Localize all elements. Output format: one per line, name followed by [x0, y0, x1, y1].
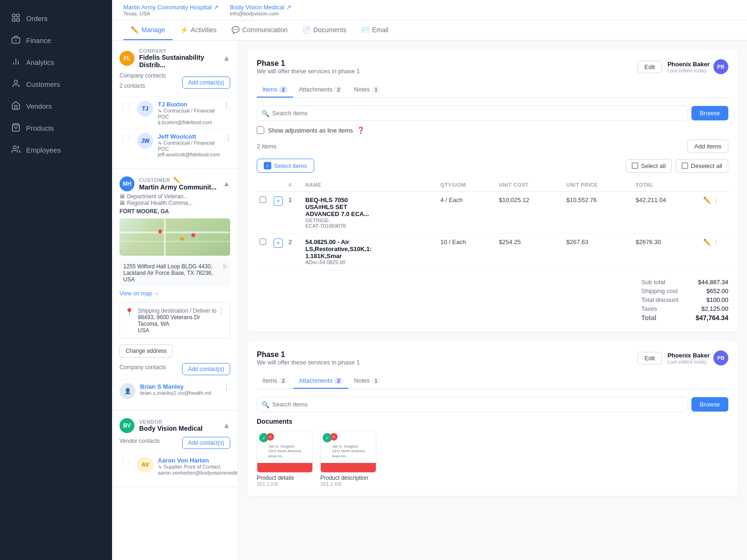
drag-handle-tj[interactable]: ⋮⋮ [120, 102, 133, 109]
phase1-tab-notes[interactable]: Notes 1 [348, 82, 386, 98]
contact-info-jeff: Jeff Woolcott ↳ Contractual / Financial … [158, 133, 220, 157]
phase1-tabs: Items 2 Attachments 2 Notes 1 [257, 82, 728, 98]
sidebar: Orders Finance Analytics Customers Vendo… [0, 0, 112, 560]
contact-name-aaron[interactable]: Aaron Von Harten [158, 457, 238, 464]
row1-expand-icon[interactable]: + [274, 196, 283, 206]
hospital-links: Martin Army Community Hospital ↗ Texas, … [123, 4, 291, 16]
row1-name: BEQ-HLS 7050 USA#HLS SET ADVANCED 7.0 EC… [303, 192, 437, 234]
customer-add-contact-button[interactable]: Add contact(s) [182, 363, 230, 375]
help-icon[interactable]: ❓ [357, 126, 365, 134]
tab-activities[interactable]: ⚡ Activities [173, 21, 224, 40]
phase1-att-user-name: Phoenix Baker [668, 352, 710, 359]
row2-checkbox[interactable] [260, 238, 266, 245]
hospital2-link[interactable]: Body Vision Medical ↗ [230, 4, 291, 11]
customer-collapse-icon[interactable]: ▲ [223, 180, 230, 188]
tab-communication[interactable]: 💬 Communication [224, 21, 295, 40]
contact-email-jeff: jeff.woolcott@fidelissd.com [158, 152, 220, 157]
vendor-header: BV Vendor Body Vision Medical ▲ [120, 418, 230, 433]
contact-email-aaron: aaron.vonharten@bodyvisionmedical... [158, 470, 238, 476]
add-items-button[interactable]: Add items [687, 140, 728, 153]
contact-name-tj[interactable]: TJ Buxton [158, 101, 218, 108]
phase1-tab-attachments[interactable]: Attachments 2 [293, 82, 348, 98]
contact-email-tj: tj.buxton@fidelissd.com [158, 119, 218, 125]
employees-icon [11, 145, 21, 155]
company-collapse-icon[interactable]: ▲ [223, 54, 230, 63]
doc2-preview: Jan G. Gingdon CEO North America Area In… [332, 444, 365, 459]
sidebar-item-finance[interactable]: Finance [0, 29, 112, 51]
select-items-button[interactable]: ✓ Select items [257, 159, 314, 173]
tab-manage[interactable]: ✏️ Manage [123, 21, 173, 40]
vendor-collapse-icon[interactable]: ▲ [223, 421, 230, 430]
phase1-att-tab-items[interactable]: Items 2 [257, 373, 293, 389]
tab-documents[interactable]: 📄 Documents [295, 21, 354, 40]
vendor-add-contact-button[interactable]: Add contact(s) [182, 437, 230, 449]
row2-total: $2676.30 [633, 234, 700, 270]
sidebar-item-customers[interactable]: Customers [0, 73, 112, 95]
view-on-map-link[interactable]: View on map → [120, 290, 230, 297]
row2-qty: 10 / Each [437, 234, 496, 270]
phase1-edit-button[interactable]: Edit [637, 61, 662, 73]
row2-unit-cost: $254.25 [496, 234, 564, 270]
contact-more-tj[interactable]: ⋮ [223, 101, 230, 110]
sidebar-item-vendors[interactable]: Vendors [0, 95, 112, 117]
row1-more-icon[interactable]: ⋮ [713, 196, 719, 204]
change-address-button[interactable]: Change address [120, 344, 173, 357]
row1-checkbox[interactable] [260, 196, 266, 203]
company-add-contact-button[interactable]: Add contact(s) [182, 77, 230, 89]
contact-email-brian: brian.s.manley2.civ@health.mil [140, 390, 218, 396]
svg-rect-3 [17, 19, 20, 21]
company-avatar: FL [120, 51, 134, 66]
vendor-name: Body Vision Medical [139, 425, 203, 432]
row1-edit-icon[interactable]: ✏️ [703, 196, 711, 204]
orders-icon [11, 13, 21, 24]
doc1-label: Product details [257, 475, 313, 481]
contact-name-brian[interactable]: Brian S Manley [140, 383, 218, 390]
main-content: Martin Army Community Hospital ↗ Texas, … [112, 0, 747, 560]
att-items-badge: 2 [279, 378, 288, 384]
phase1-search-row: 🔍 Browse [257, 105, 728, 121]
att-browse-button[interactable]: Browse [691, 397, 728, 412]
row2-edit-icon[interactable]: ✏️ [703, 238, 711, 246]
sidebar-item-employees[interactable]: Employees [0, 139, 112, 161]
map-road-h [120, 231, 230, 233]
phase1-tab-items[interactable]: Items 2 [257, 82, 293, 98]
adjustments-checkbox[interactable] [257, 126, 264, 134]
phase1-att-header: Phase 1 We will offer these services in … [257, 350, 728, 366]
contact-row-brian: 👤 Brian S Manley brian.s.manley2.civ@hea… [120, 379, 230, 403]
sidebar-item-products[interactable]: Products [0, 117, 112, 139]
browse-button[interactable]: Browse [691, 106, 728, 120]
col-name: NAME [303, 178, 437, 192]
company-header: FL Company Fidelis Sustainability Distri… [120, 48, 230, 69]
phase1-items-header: Phase 1 We will offer these services in … [257, 59, 728, 75]
phase1-att-tab-attachments[interactable]: Attachments 2 [293, 373, 348, 389]
hospital1-link[interactable]: Martin Army Community Hospital ↗ [123, 4, 218, 11]
shipping-more-icon[interactable]: ⋮ [218, 308, 225, 316]
phase1-att-tab-notes[interactable]: Notes 1 [348, 373, 386, 389]
copy-icon[interactable]: ⎘ [223, 263, 226, 270]
drag-handle-aaron[interactable]: ⋮⋮ [120, 458, 133, 465]
phase1-user-name: Phoenix Baker [668, 61, 710, 68]
row2-more-icon[interactable]: ⋮ [713, 238, 719, 246]
contact-name-jeff[interactable]: Jeff Woolcott [158, 133, 220, 140]
contact-info-brian: Brian S Manley brian.s.manley2.civ@healt… [140, 383, 218, 396]
doc1-size: 261.1 KB [257, 481, 313, 487]
drag-handle-jeff[interactable]: ⋮⋮ [120, 134, 133, 141]
row2-expand-icon[interactable]: + [274, 238, 283, 248]
svg-point-9 [14, 80, 18, 84]
sq-check-icon2 [682, 162, 688, 169]
row1-total: $42,211.04 [633, 192, 700, 234]
att-search-input[interactable] [257, 397, 688, 412]
map-background [120, 218, 230, 256]
contact-more-brian[interactable]: ⋮ [223, 383, 230, 392]
phase1-att-edit-button[interactable]: Edit [637, 352, 662, 364]
select-all-button[interactable]: Select all [626, 159, 672, 173]
customer-dept2: 🏛 Regional Health Comma... [120, 200, 230, 206]
sidebar-item-analytics[interactable]: Analytics [0, 51, 112, 73]
doc1-footer [257, 463, 312, 472]
tab-email[interactable]: ✉️ Email [354, 21, 396, 40]
sidebar-item-orders[interactable]: Orders [0, 7, 112, 29]
search-items-input[interactable] [257, 105, 688, 121]
customer-edit-icon[interactable]: ✏️ [173, 177, 180, 183]
deselect-all-button[interactable]: Deselect all [676, 159, 728, 173]
contact-more-jeff[interactable]: ⋮ [225, 133, 232, 142]
